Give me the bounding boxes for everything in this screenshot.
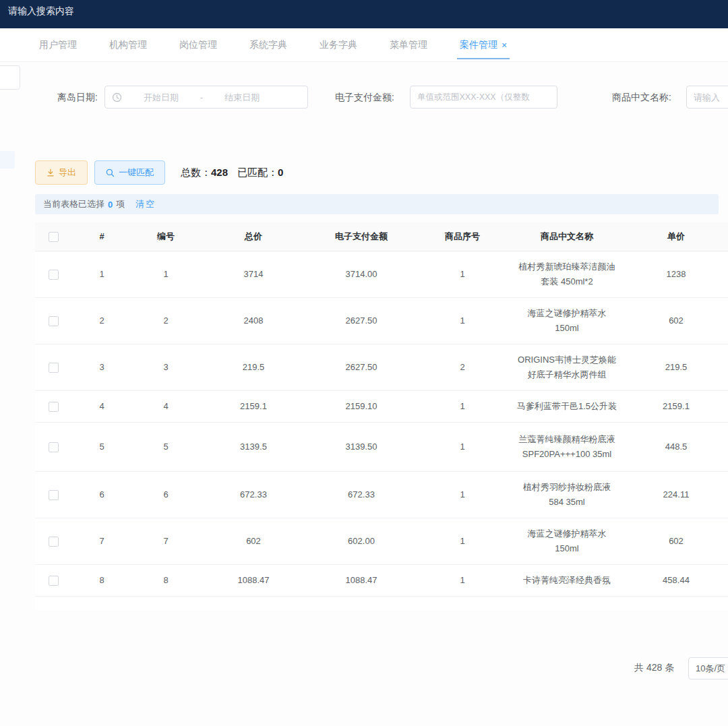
tab-menu-mgmt[interactable]: 菜单管理 — [390, 28, 427, 61]
export-button[interactable]: 导出 — [35, 160, 88, 185]
row-checkbox[interactable] — [49, 363, 59, 373]
tab-bar: 用户管理 机构管理 岗位管理 系统字典 业务字典 菜单管理 案件管理 × — [0, 28, 728, 62]
table-row: 7 7 602 602.00 1 海蓝之谜修护精萃水 150ml 602 — [35, 518, 728, 564]
tab-case-mgmt[interactable]: 案件管理 × — [460, 28, 507, 61]
table-header-row: # 编号 总价 电子支付金额 商品序号 商品中文名称 单价 — [35, 222, 728, 251]
table-row: 8 8 1088.47 1088.47 1 卡诗菁纯亮泽经典香氛 458.44 — [35, 564, 728, 596]
row-checkbox[interactable] — [49, 316, 59, 326]
selection-suffix: 项 — [116, 198, 125, 210]
clipped-left-card — [0, 65, 20, 90]
date-range-separator: - — [196, 92, 207, 102]
page-size-select[interactable]: 10条/页 — [688, 657, 728, 679]
selection-count: 0 — [108, 200, 113, 210]
topbar: 请输入搜索内容 — [0, 0, 728, 28]
row-checkbox[interactable] — [49, 442, 59, 452]
one-click-match-button[interactable]: 一键匹配 — [94, 160, 165, 185]
matched-value: 0 — [278, 167, 283, 178]
col-unit: 单价 — [624, 222, 728, 251]
col-name: 商品中文名称 — [510, 222, 624, 251]
clock-icon — [112, 92, 122, 102]
match-stats: 总数：428已匹配：0 — [181, 160, 283, 185]
clipped-left-element — [0, 151, 15, 169]
pagination-total: 共 428 条 — [634, 662, 674, 674]
table-row: 2 2 2408 2627.50 1 海蓝之谜修护精萃水 150ml 602 — [35, 297, 728, 344]
end-date-input[interactable] — [207, 92, 277, 102]
clear-selection-link[interactable]: 清空 — [135, 198, 156, 210]
tab-business-dict[interactable]: 业务字典 — [320, 28, 357, 61]
product-name-input[interactable] — [694, 86, 728, 108]
row-checkbox[interactable] — [49, 537, 59, 547]
table-row: 3 3 219.5 2627.50 2 ORIGINS韦博士灵芝焕能好底子精华水… — [35, 344, 728, 390]
date-range-picker[interactable]: - — [104, 86, 308, 109]
tab-post-mgmt[interactable]: 岗位管理 — [179, 28, 217, 61]
table-row: 5 5 3139.5 3139.50 1 兰蔻菁纯臻颜精华粉底液SPF20PA+… — [35, 422, 728, 471]
col-epay: 电子支付金额 — [307, 222, 415, 251]
table-row: 4 4 2159.1 2159.10 1 马爹利蓝带干邑1.5公升装 2159.… — [35, 390, 728, 422]
case-management-page: 请输入搜索内容 用户管理 机构管理 岗位管理 系统字典 业务字典 菜单管理 案件… — [0, 0, 728, 726]
product-name-filter-label: 商品中文名称: — [612, 86, 671, 109]
selection-bar: 当前表格已选择 0 项 清空 — [35, 194, 719, 214]
tab-system-dict[interactable]: 系统字典 — [249, 28, 287, 61]
product-name-field-wrap — [686, 86, 728, 109]
selection-prefix: 当前表格已选择 — [43, 198, 104, 210]
epay-amount-field-wrap — [410, 86, 557, 109]
col-total: 总价 — [200, 222, 307, 251]
tab-user-mgmt[interactable]: 用户管理 — [39, 28, 77, 61]
col-seq: 商品序号 — [415, 222, 510, 251]
col-index: # — [71, 222, 132, 251]
download-icon — [47, 169, 55, 177]
select-all-checkbox[interactable] — [49, 232, 59, 242]
amount-filter-label: 电子支付金额: — [335, 86, 394, 109]
date-filter-label: 离岛日期: — [57, 86, 98, 109]
epay-amount-input[interactable] — [417, 86, 550, 108]
col-code: 编号 — [132, 222, 200, 251]
close-icon[interactable]: × — [502, 40, 507, 50]
matched-label: 已匹配： — [237, 167, 278, 178]
case-table: # 编号 总价 电子支付金额 商品序号 商品中文名称 单价 1 1 3714 3… — [35, 222, 728, 610]
search-icon — [106, 169, 115, 177]
table-row: 1 1 3714 3714.00 1 植村秀新琥珀臻萃洁颜油套装 450ml*2… — [35, 251, 728, 297]
row-checkbox[interactable] — [49, 576, 59, 586]
row-checkbox[interactable] — [49, 490, 59, 500]
table-row: 6 6 672.33 672.33 1 植村秀羽纱持妆粉底液 584 35ml … — [35, 471, 728, 518]
total-value: 428 — [211, 167, 228, 178]
row-checkbox[interactable] — [49, 402, 59, 412]
start-date-input[interactable] — [126, 92, 196, 102]
row-checkbox[interactable] — [49, 270, 59, 280]
global-search-input[interactable]: 请输入搜索内容 — [8, 5, 74, 18]
tab-org-mgmt[interactable]: 机构管理 — [109, 28, 147, 61]
total-label: 总数： — [181, 167, 211, 178]
